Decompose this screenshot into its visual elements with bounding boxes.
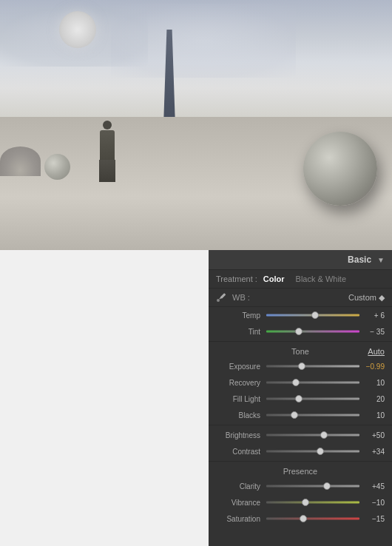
brightness-slider-row: Brightness +50 — [209, 427, 392, 443]
treatment-row: Treatment : Color Black & White — [209, 270, 392, 289]
treatment-color-button[interactable]: Color — [263, 274, 285, 283]
temp-slider-track[interactable] — [266, 314, 359, 317]
svg-point-1 — [217, 299, 220, 302]
wb-label: WB : — [232, 293, 250, 302]
tone-label: Tone — [291, 347, 309, 356]
contrast-label: Contrast — [216, 448, 260, 456]
exposure-slider-track[interactable] — [266, 365, 359, 368]
temp-label: Temp — [216, 311, 260, 320]
exposure-slider-row: Exposure −0.99 — [209, 358, 392, 374]
clarity-slider-row: Clarity +45 — [209, 478, 392, 494]
clarity-value: +45 — [364, 482, 385, 491]
tint-slider-row: Tint − 35 — [209, 323, 392, 340]
eyedropper-icon[interactable] — [216, 292, 226, 303]
panel-collapse-arrow[interactable]: ▼ — [377, 256, 385, 264]
contrast-value: +34 — [364, 448, 385, 456]
blacks-slider-row: Blacks 10 — [209, 407, 392, 423]
wb-row: WB : Custom ◆ — [209, 289, 392, 307]
tint-slider-track[interactable] — [266, 330, 359, 333]
recovery-slider-row: Recovery 10 — [209, 374, 392, 391]
wb-value[interactable]: Custom ◆ — [348, 293, 385, 303]
presence-section-header: Presence — [209, 463, 392, 478]
temp-value: + 6 — [364, 311, 385, 320]
vibrance-slider-track[interactable] — [266, 501, 359, 504]
treatment-bw-button[interactable]: Black & White — [296, 274, 346, 283]
saturation-slider-track[interactable] — [266, 517, 359, 520]
moon-element — [59, 11, 96, 48]
svg-line-2 — [220, 297, 222, 299]
treatment-label: Treatment : — [216, 274, 257, 283]
adjustments-panel: Basic ▼ Treatment : Color Black & White … — [209, 250, 392, 546]
person-silhouette — [96, 121, 118, 183]
vibrance-label: Vibrance — [216, 499, 260, 507]
fill-light-label: Fill Light — [216, 395, 260, 403]
panel-header: Basic ▼ — [209, 250, 392, 270]
tint-value: − 35 — [364, 328, 385, 336]
fill-light-value: 20 — [364, 395, 385, 403]
exposure-label: Exposure — [216, 363, 260, 371]
recovery-slider-track[interactable] — [266, 381, 359, 384]
brightness-label: Brightness — [216, 431, 260, 439]
left-gray-area — [0, 250, 209, 546]
large-sphere — [303, 132, 377, 206]
clarity-label: Clarity — [216, 482, 260, 491]
fill-light-slider-track[interactable] — [266, 397, 359, 400]
brightness-value: +50 — [364, 431, 385, 439]
exposure-value: −0.99 — [364, 363, 385, 371]
brightness-slider-track[interactable] — [266, 434, 359, 437]
vibrance-value: −10 — [364, 499, 385, 507]
saturation-label: Saturation — [216, 515, 260, 523]
presence-label: Presence — [283, 467, 317, 476]
panel-title: Basic — [348, 255, 371, 265]
saturation-slider-row: Saturation −15 — [209, 510, 392, 527]
clarity-slider-track[interactable] — [266, 485, 359, 488]
tone-auto-button[interactable]: Auto — [368, 347, 385, 356]
recovery-value: 10 — [364, 379, 385, 387]
tint-label: Tint — [216, 328, 260, 336]
tone-section-header: Tone Auto — [209, 343, 392, 358]
contrast-slider-row: Contrast +34 — [209, 443, 392, 459]
photo-area — [0, 0, 392, 250]
blacks-slider-track[interactable] — [266, 414, 359, 417]
blacks-value: 10 — [364, 411, 385, 419]
saturation-value: −15 — [364, 515, 385, 523]
fill-light-slider-row: Fill Light 20 — [209, 391, 392, 407]
vibrance-slider-row: Vibrance −10 — [209, 494, 392, 510]
recovery-label: Recovery — [216, 379, 260, 387]
dome-element — [0, 146, 41, 176]
blacks-label: Blacks — [216, 411, 260, 419]
small-sphere — [44, 154, 70, 180]
contrast-slider-track[interactable] — [266, 450, 359, 453]
temp-slider-row: Temp + 6 — [209, 307, 392, 323]
